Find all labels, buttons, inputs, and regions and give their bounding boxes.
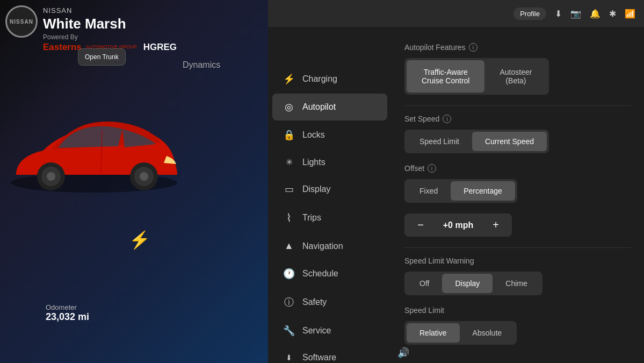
lights-icon: ✳: [283, 157, 295, 167]
offset-plus-button[interactable]: +: [488, 219, 503, 231]
autopilot-features-toggle: Traffic-AwareCruise Control Autosteer(Be…: [404, 58, 549, 95]
bluetooth-icon[interactable]: ✱: [609, 9, 616, 19]
sidebar-item-locks[interactable]: 🔒 Locks: [272, 122, 387, 148]
set-speed-section: Set Speed i: [404, 115, 631, 123]
sidebar-navigation-label: Navigation: [302, 241, 343, 251]
divider-2: [404, 247, 631, 248]
sidebar-display-label: Display: [302, 184, 330, 194]
offset-stepper: − +0 mph +: [404, 213, 512, 237]
absolute-button[interactable]: Absolute: [460, 323, 515, 343]
set-speed-title: Set Speed: [404, 115, 439, 123]
divider-1: [404, 105, 631, 106]
charging-icon: ⚡: [129, 230, 150, 250]
offset-toggle: Fixed Percentage: [404, 179, 517, 203]
set-speed-info-icon[interactable]: i: [443, 115, 451, 123]
speed-limit-button[interactable]: Speed Limit: [407, 132, 472, 151]
sidebar-item-software[interactable]: ⬇ Software: [272, 345, 387, 363]
locks-icon: 🔒: [283, 129, 295, 141]
nissan-logo-area: NISSAN: [5, 5, 38, 38]
dynamics-label: Dynamics: [183, 60, 220, 70]
safety-icon: ⓘ: [283, 296, 295, 309]
warning-off-button[interactable]: Off: [407, 274, 442, 293]
sidebar-item-schedule[interactable]: 🕐 Schedule: [272, 260, 387, 287]
warning-chime-button[interactable]: Chime: [493, 274, 540, 293]
offset-value: +0 mph: [443, 220, 473, 230]
sidebar-item-safety[interactable]: ⓘ Safety: [272, 288, 387, 316]
odometer-area: Odometer 23,032 mi: [46, 303, 89, 323]
camera-icon[interactable]: 📷: [570, 9, 581, 19]
schedule-icon: 🕐: [283, 268, 295, 280]
charging-sidebar-icon: ⚡: [283, 73, 295, 85]
sidebar-lights-label: Lights: [302, 158, 325, 167]
current-speed-button[interactable]: Current Speed: [472, 132, 547, 151]
offset-section: Offset i: [404, 164, 631, 173]
sidebar-software-label: Software: [302, 353, 336, 362]
autopilot-icon: ◎: [283, 101, 295, 113]
open-trunk-button[interactable]: Open Trunk: [78, 48, 126, 66]
powered-by: Powered By: [43, 33, 177, 41]
svg-point-3: [47, 172, 55, 181]
dealer-name: White Marsh: [43, 16, 177, 32]
sidebar-item-charging[interactable]: ⚡ Charging: [272, 66, 387, 92]
traffic-aware-button[interactable]: Traffic-AwareCruise Control: [407, 60, 484, 92]
top-nav: Profile ⬇ 📷 🔔 ✱ 📶: [268, 0, 644, 27]
bell-icon[interactable]: 🔔: [590, 9, 600, 19]
profile-button[interactable]: Profile: [513, 8, 546, 20]
sidebar-charging-label: Charging: [302, 74, 337, 84]
warning-display-button[interactable]: Display: [442, 274, 493, 293]
offset-title: Offset: [404, 164, 424, 173]
speed-limit-warning-toggle: Off Display Chime: [404, 272, 542, 295]
sidebar-item-display[interactable]: ▭ Display: [272, 176, 387, 203]
navigation-icon: ▲: [283, 240, 295, 252]
download-icon[interactable]: ⬇: [555, 9, 562, 19]
odometer-label: Odometer: [46, 303, 89, 311]
set-speed-toggle: Speed Limit Current Speed: [404, 130, 549, 153]
easterns-logo: Easterns: [43, 42, 82, 53]
display-icon: ▭: [283, 183, 295, 195]
sidebar-item-service[interactable]: 🔧 Service: [272, 317, 387, 344]
hgreg-logo: HGREG: [143, 42, 177, 53]
sidebar-locks-label: Locks: [302, 130, 325, 140]
settings-panel: Profile ⬇ 📷 🔔 ✱ 📶 ⚡ Charging ◎ Autopilot…: [268, 0, 644, 363]
trips-icon: ⌇: [283, 211, 295, 224]
service-icon: 🔧: [283, 325, 295, 337]
speed-limit-title: Speed Limit: [404, 306, 444, 315]
autosteer-button[interactable]: Autosteer(Beta): [484, 60, 547, 92]
dealer-title-area: NISSAN White Marsh Powered By Easterns A…: [43, 6, 177, 53]
sidebar-safety-label: Safety: [302, 297, 327, 307]
fixed-button[interactable]: Fixed: [407, 181, 451, 201]
offset-info-icon[interactable]: i: [428, 164, 436, 173]
open-trunk-label: Open Trunk: [85, 53, 119, 61]
offset-minus-button[interactable]: −: [413, 219, 428, 231]
wifi-icon[interactable]: 📶: [625, 9, 635, 19]
background-panel: NISSAN NISSAN White Marsh Powered By Eas…: [0, 0, 290, 363]
speed-limit-warning-title: Speed Limit Warning: [404, 257, 474, 265]
autopilot-features-section: Autopilot Features i: [404, 43, 631, 52]
speed-limit-section: Speed Limit: [404, 306, 631, 315]
speed-limit-toggle: Relative Absolute: [404, 321, 517, 345]
svg-point-6: [140, 172, 148, 181]
sidebar-trips-label: Trips: [302, 213, 321, 223]
percentage-button[interactable]: Percentage: [451, 181, 515, 201]
main-content: Autopilot Features i Traffic-AwareCruise…: [392, 0, 644, 363]
nissan-text: NISSAN: [43, 6, 177, 15]
sidebar-autopilot-label: Autopilot: [302, 102, 336, 112]
autopilot-features-title: Autopilot Features: [404, 43, 466, 52]
sidebar-schedule-label: Schedule: [302, 269, 338, 279]
speed-limit-warning-section: Speed Limit Warning: [404, 257, 631, 265]
autopilot-features-info-icon[interactable]: i: [469, 43, 477, 52]
car-image: [0, 86, 188, 204]
software-icon: ⬇: [283, 353, 295, 362]
sidebar: ⚡ Charging ◎ Autopilot 🔒 Locks ✳ Lights …: [268, 0, 392, 363]
nissan-logo: NISSAN: [5, 5, 38, 38]
sidebar-item-trips[interactable]: ⌇ Trips: [272, 204, 387, 232]
odometer-value: 23,032 mi: [46, 311, 89, 323]
sidebar-item-autopilot[interactable]: ◎ Autopilot: [272, 94, 387, 120]
relative-button[interactable]: Relative: [407, 323, 460, 343]
volume-icon[interactable]: 🔊: [397, 347, 409, 359]
sidebar-item-lights[interactable]: ✳ Lights: [272, 150, 387, 175]
sidebar-service-label: Service: [302, 326, 331, 336]
sidebar-item-navigation[interactable]: ▲ Navigation: [272, 233, 387, 259]
